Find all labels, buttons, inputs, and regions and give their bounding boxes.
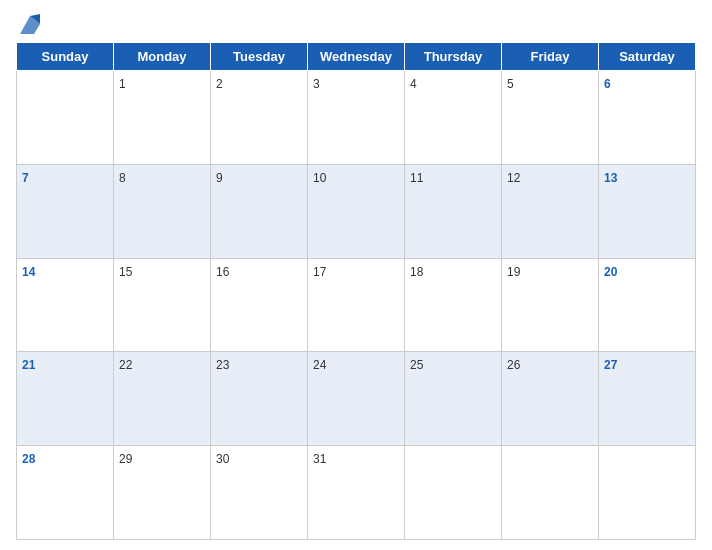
calendar-week-row: 28293031 [17, 446, 696, 540]
calendar-week-row: 78910111213 [17, 164, 696, 258]
calendar-cell: 15 [114, 258, 211, 352]
calendar-header [16, 10, 696, 38]
calendar-cell: 8 [114, 164, 211, 258]
calendar-header-row: SundayMondayTuesdayWednesdayThursdayFrid… [17, 43, 696, 71]
weekday-header-saturday: Saturday [599, 43, 696, 71]
day-number: 14 [22, 265, 35, 279]
calendar-cell: 10 [308, 164, 405, 258]
day-number: 1 [119, 77, 126, 91]
day-number: 13 [604, 171, 617, 185]
day-number: 28 [22, 452, 35, 466]
day-number: 17 [313, 265, 326, 279]
calendar-cell [502, 446, 599, 540]
calendar-cell: 20 [599, 258, 696, 352]
weekday-header-sunday: Sunday [17, 43, 114, 71]
day-number: 2 [216, 77, 223, 91]
calendar-week-row: 14151617181920 [17, 258, 696, 352]
weekday-header-thursday: Thursday [405, 43, 502, 71]
day-number: 16 [216, 265, 229, 279]
day-number: 18 [410, 265, 423, 279]
calendar-cell: 29 [114, 446, 211, 540]
day-number: 12 [507, 171, 520, 185]
day-number: 23 [216, 358, 229, 372]
calendar-cell: 27 [599, 352, 696, 446]
calendar-cell: 16 [211, 258, 308, 352]
calendar-cell: 13 [599, 164, 696, 258]
logo-bird-icon [16, 10, 44, 38]
calendar-cell: 4 [405, 71, 502, 165]
day-number: 27 [604, 358, 617, 372]
calendar-cell: 21 [17, 352, 114, 446]
day-number: 25 [410, 358, 423, 372]
day-number: 31 [313, 452, 326, 466]
day-number: 15 [119, 265, 132, 279]
day-number: 7 [22, 171, 29, 185]
calendar-cell [17, 71, 114, 165]
day-number: 9 [216, 171, 223, 185]
day-number: 8 [119, 171, 126, 185]
calendar-cell: 28 [17, 446, 114, 540]
day-number: 11 [410, 171, 423, 185]
calendar-body: 1234567891011121314151617181920212223242… [17, 71, 696, 540]
day-number: 6 [604, 77, 611, 91]
day-number: 30 [216, 452, 229, 466]
calendar-cell [405, 446, 502, 540]
weekday-header-friday: Friday [502, 43, 599, 71]
calendar-cell: 19 [502, 258, 599, 352]
day-number: 22 [119, 358, 132, 372]
calendar-cell: 6 [599, 71, 696, 165]
logo [16, 10, 48, 38]
day-number: 3 [313, 77, 320, 91]
calendar-cell: 12 [502, 164, 599, 258]
calendar-cell: 1 [114, 71, 211, 165]
calendar-week-row: 123456 [17, 71, 696, 165]
calendar-cell: 17 [308, 258, 405, 352]
day-number: 21 [22, 358, 35, 372]
calendar-cell: 7 [17, 164, 114, 258]
calendar-cell: 31 [308, 446, 405, 540]
day-number: 29 [119, 452, 132, 466]
calendar-cell: 18 [405, 258, 502, 352]
calendar-cell: 9 [211, 164, 308, 258]
weekday-header-tuesday: Tuesday [211, 43, 308, 71]
calendar-cell: 11 [405, 164, 502, 258]
calendar-cell: 30 [211, 446, 308, 540]
day-number: 5 [507, 77, 514, 91]
calendar-cell: 25 [405, 352, 502, 446]
calendar-cell [599, 446, 696, 540]
day-number: 24 [313, 358, 326, 372]
day-number: 10 [313, 171, 326, 185]
calendar-cell: 2 [211, 71, 308, 165]
day-number: 20 [604, 265, 617, 279]
weekday-header-wednesday: Wednesday [308, 43, 405, 71]
calendar-cell: 22 [114, 352, 211, 446]
calendar-cell: 14 [17, 258, 114, 352]
weekday-header-monday: Monday [114, 43, 211, 71]
calendar-table: SundayMondayTuesdayWednesdayThursdayFrid… [16, 42, 696, 540]
calendar-week-row: 21222324252627 [17, 352, 696, 446]
calendar-cell: 3 [308, 71, 405, 165]
day-number: 4 [410, 77, 417, 91]
day-number: 19 [507, 265, 520, 279]
calendar-cell: 26 [502, 352, 599, 446]
calendar-cell: 24 [308, 352, 405, 446]
calendar-cell: 5 [502, 71, 599, 165]
calendar-cell: 23 [211, 352, 308, 446]
day-number: 26 [507, 358, 520, 372]
